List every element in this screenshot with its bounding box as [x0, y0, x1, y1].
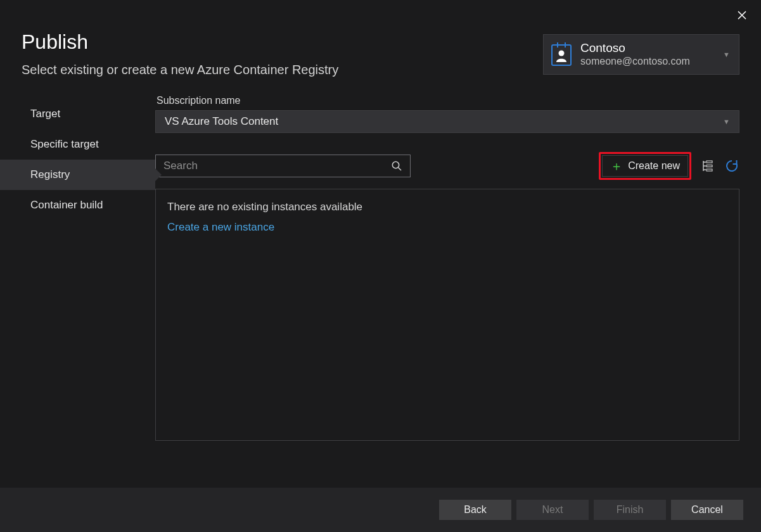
next-button: Next: [516, 500, 589, 520]
dialog-body: Target Specific target Registry Containe…: [0, 77, 761, 441]
tree-view-button[interactable]: [700, 158, 715, 174]
sidebar-item-registry[interactable]: Registry: [0, 160, 155, 190]
account-name: Contoso: [580, 42, 717, 55]
svg-rect-5: [707, 165, 712, 167]
account-selector[interactable]: Contoso someone@contoso.com ▼: [543, 34, 739, 75]
back-button[interactable]: Back: [439, 500, 511, 520]
header-left: Publish Select existing or create a new …: [22, 30, 543, 77]
sidebar-item-target[interactable]: Target: [0, 99, 155, 129]
search-input[interactable]: [163, 160, 391, 172]
create-instance-link[interactable]: Create a new instance: [167, 221, 274, 234]
main-panel: Subscription name VS Azure Tools Content…: [155, 92, 739, 441]
refresh-button[interactable]: [724, 158, 739, 174]
page-subtitle: Select existing or create a new Azure Co…: [22, 63, 543, 77]
search-icon: [391, 160, 402, 172]
sidebar-item-label: Target: [30, 108, 60, 120]
create-new-button[interactable]: ＋ Create new: [602, 155, 688, 177]
sidebar-item-container-build[interactable]: Container build: [0, 190, 155, 220]
search-box[interactable]: [155, 155, 411, 177]
subscription-label: Subscription name: [157, 95, 739, 106]
account-badge-icon: [550, 41, 573, 68]
create-new-highlight: ＋ Create new: [599, 152, 691, 180]
empty-message: There are no existing instances availabl…: [167, 201, 727, 213]
svg-line-3: [399, 168, 402, 171]
chevron-down-icon: ▼: [723, 118, 730, 125]
publish-dialog: Publish Select existing or create a new …: [0, 0, 761, 532]
account-text: Contoso someone@contoso.com: [580, 42, 717, 67]
sidebar-item-specific-target[interactable]: Specific target: [0, 129, 155, 160]
sidebar-item-label: Specific target: [30, 138, 99, 150]
svg-rect-4: [707, 161, 712, 163]
sidebar-item-label: Container build: [30, 199, 103, 211]
page-title: Publish: [22, 30, 543, 54]
dialog-header: Publish Select existing or create a new …: [0, 0, 761, 77]
dialog-footer: Back Next Finish Cancel: [0, 488, 761, 532]
cancel-button[interactable]: Cancel: [671, 500, 743, 520]
plus-icon: ＋: [610, 160, 623, 172]
refresh-icon: [725, 159, 739, 173]
subscription-select[interactable]: VS Azure Tools Content ▼: [155, 110, 739, 133]
svg-rect-6: [707, 169, 712, 171]
subscription-selected-value: VS Azure Tools Content: [165, 115, 278, 128]
close-button[interactable]: [737, 9, 747, 23]
close-icon: [737, 8, 747, 23]
svg-point-1: [559, 51, 565, 56]
search-toolbar: ＋ Create new: [155, 152, 739, 180]
sidebar-item-label: Registry: [30, 168, 70, 180]
sidebar: Target Specific target Registry Containe…: [0, 92, 155, 441]
account-email: someone@contoso.com: [580, 55, 717, 67]
results-panel: There are no existing instances availabl…: [155, 189, 739, 441]
svg-point-2: [392, 162, 399, 168]
chevron-down-icon: ▼: [723, 51, 730, 58]
finish-button: Finish: [594, 500, 666, 520]
tree-view-icon: [701, 160, 714, 172]
create-new-label: Create new: [628, 160, 680, 172]
